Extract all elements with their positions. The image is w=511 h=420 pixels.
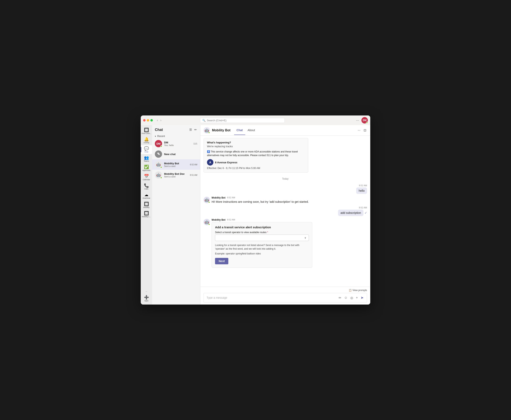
transit-operator-dropdown[interactable]: ∨ bbox=[215, 234, 309, 241]
service-alert-card: What's happening? We're replacing tracks… bbox=[204, 138, 308, 172]
message-sent-hello: 8:52 AM hello bbox=[204, 184, 367, 194]
send-button[interactable]: ➤ bbox=[360, 295, 364, 300]
required-star: * bbox=[267, 231, 268, 234]
sidebar-label-calls: Calls bbox=[144, 188, 148, 190]
list-item[interactable]: 🤖 Mobility Bot Sent a card 8:52 AM bbox=[152, 159, 200, 170]
filter-button[interactable]: ☰ bbox=[189, 128, 192, 132]
message-received-1: 🤖 Mobility Bot 8:52 AM Hi! More instruct… bbox=[204, 196, 367, 204]
new-chat-button[interactable]: ✏ bbox=[194, 128, 197, 132]
sidebar-item-activity[interactable]: 🔔 Activity bbox=[141, 136, 152, 145]
msg-sender: Mobility Bot bbox=[212, 218, 225, 221]
msg-text: Hi! More instructions are coming soon, b… bbox=[212, 200, 367, 204]
sidebar-item-viva[interactable]: 🔲 Viva Conn... bbox=[141, 127, 152, 135]
sidebar-item-calls[interactable]: 📞 Calls bbox=[141, 182, 152, 191]
nav-arrows: ‹ › bbox=[156, 118, 162, 122]
chat-info: Mobility Bot Dev Sent a card bbox=[164, 172, 188, 178]
chat-name: DM bbox=[164, 141, 192, 144]
list-item[interactable]: 🤖 Mobility Bot Dev Sent a card 8:51 AM bbox=[152, 170, 200, 180]
close-button[interactable] bbox=[143, 119, 146, 121]
mobility-icon: 🔲 bbox=[144, 202, 149, 206]
service-card-alert: ♿ This service change affects one or mor… bbox=[207, 150, 305, 157]
more-options-button[interactable]: ··· bbox=[357, 128, 361, 133]
chat-info: Mobility Bot Sent a card bbox=[164, 162, 188, 167]
calendar-icon: 📅 bbox=[144, 174, 149, 178]
msg-content: Mobility Bot 8:52 AM Add a transit servi… bbox=[212, 218, 367, 268]
sticker-button[interactable]: ◎ bbox=[350, 295, 354, 300]
titlebar-right: ··· DM bbox=[356, 117, 368, 123]
message-input-area: 📋 View prompts Type a message ✏ ☺ ◎ + ➤ bbox=[200, 287, 370, 305]
sent-time: 8:52 AM bbox=[359, 184, 367, 187]
msg-sender: Mobility Bot bbox=[212, 196, 225, 199]
sidebar-label-chat: Chat bbox=[144, 151, 148, 153]
chat-list-header: Chat ☰ ✏ bbox=[152, 125, 200, 134]
search-bar[interactable]: 🔍 bbox=[200, 118, 285, 123]
sidebar-item-calendar[interactable]: 📅 Calendar bbox=[141, 173, 152, 182]
list-item[interactable]: DM DM You: hello 11/1 bbox=[152, 138, 200, 149]
chat-area: 🤖 Mobility Bot Chat About ··· ⊡ What's h… bbox=[200, 125, 370, 305]
bot-card-hint: Looking for a transit operator not liste… bbox=[215, 243, 309, 251]
minimize-button[interactable] bbox=[147, 119, 149, 121]
online-indicator bbox=[366, 122, 368, 123]
bot-card: Add a transit service alert subscription… bbox=[212, 222, 312, 268]
sidebar-item-onedrive[interactable]: ☁ OneDrive bbox=[141, 192, 152, 200]
calls-icon: 📞 bbox=[144, 183, 149, 188]
bot-avatar-small: 🤖 bbox=[204, 197, 210, 203]
sidebar-label-activity: Activity bbox=[144, 142, 149, 144]
pop-out-button[interactable]: ⊡ bbox=[363, 128, 367, 133]
message-sent-subscription: 8:52 AM add subscription ✓ bbox=[204, 206, 367, 216]
dropdown-label: Select a transit operator to view availa… bbox=[215, 231, 309, 234]
more-options-button[interactable]: ··· bbox=[356, 118, 359, 122]
msg-time: 8:52 AM bbox=[227, 218, 235, 221]
back-button[interactable]: ‹ bbox=[156, 118, 159, 122]
route-name: 8 Avenue Express bbox=[215, 161, 237, 164]
maximize-button[interactable] bbox=[150, 119, 153, 121]
sidebar-item-mobility[interactable]: 🔲 Mobility bbox=[141, 201, 152, 210]
sent-wrapper: 8:52 AM hello bbox=[356, 184, 367, 194]
next-button[interactable]: Next bbox=[215, 258, 228, 264]
chat-meta: 8:52 AM bbox=[190, 164, 197, 166]
emoji-button[interactable]: ☺ bbox=[344, 295, 348, 300]
approvals-icon: ✅ bbox=[144, 165, 149, 169]
sidebar-label-onedrive: OneDrive bbox=[143, 197, 150, 199]
view-prompts-row[interactable]: 📋 View prompts bbox=[204, 289, 367, 292]
traffic-lights bbox=[143, 119, 153, 121]
chat-header: 🤖 Mobility Bot Chat About ··· ⊡ bbox=[200, 125, 370, 135]
chat-preview: You: hello bbox=[164, 144, 192, 146]
recent-label: Recent bbox=[157, 135, 165, 138]
sidebar-item-apps[interactable]: ➕ Apps bbox=[141, 294, 152, 303]
sent-wrapper: 8:52 AM add subscription ✓ bbox=[338, 206, 367, 216]
sent-time: 8:52 AM bbox=[359, 206, 367, 209]
list-item[interactable]: ✎ New chat bbox=[152, 149, 200, 159]
sidebar-label-approvals: Approvals bbox=[142, 169, 150, 171]
view-prompts-label: View prompts bbox=[353, 289, 367, 292]
sidebar-item-approvals[interactable]: ✅ Approvals bbox=[141, 164, 152, 172]
chat-preview: Sent a card bbox=[164, 165, 188, 167]
tab-chat[interactable]: Chat bbox=[234, 126, 245, 135]
bot-online-dot bbox=[208, 132, 210, 134]
chat-info: DM You: hello bbox=[164, 141, 192, 146]
recent-chevron-icon: ▾ bbox=[155, 135, 156, 138]
viva-icon: 🔲 bbox=[144, 128, 149, 132]
forward-button[interactable]: › bbox=[159, 118, 162, 122]
sidebar-item-chat[interactable]: 💬 Chat bbox=[141, 145, 152, 154]
search-input[interactable] bbox=[207, 119, 282, 122]
attach-button[interactable]: + bbox=[356, 295, 358, 300]
recent-header[interactable]: ▾ Recent bbox=[152, 134, 200, 138]
icon-sidebar: 🔲 Viva Conn... 🔔 Activity 💬 Chat 👥 Teams… bbox=[141, 125, 152, 305]
user-avatar[interactable]: DM bbox=[361, 117, 368, 123]
chat-avatar-new: ✎ bbox=[155, 150, 162, 158]
bot-online-dot bbox=[208, 201, 210, 203]
chat-tabs: Chat About bbox=[234, 126, 257, 135]
chat-name: Mobility Bot Dev bbox=[164, 172, 188, 175]
sidebar-item-mobility2[interactable]: 🔲 Mobility (… bbox=[141, 210, 152, 219]
chat-meta: 11/1 bbox=[194, 142, 197, 145]
tab-about[interactable]: About bbox=[245, 126, 257, 135]
sidebar-label-mobility2: Mobility (… bbox=[142, 216, 151, 218]
message-placeholder[interactable]: Type a message bbox=[207, 296, 336, 299]
route-circle: A bbox=[207, 159, 213, 165]
sidebar-more-button[interactable]: ··· bbox=[141, 289, 152, 294]
chevron-down-icon: ∨ bbox=[304, 236, 306, 239]
sidebar-item-teams[interactable]: 👥 Teams bbox=[141, 155, 152, 163]
format-button[interactable]: ✏ bbox=[338, 295, 342, 300]
service-card-question: What's happening? bbox=[207, 141, 305, 144]
